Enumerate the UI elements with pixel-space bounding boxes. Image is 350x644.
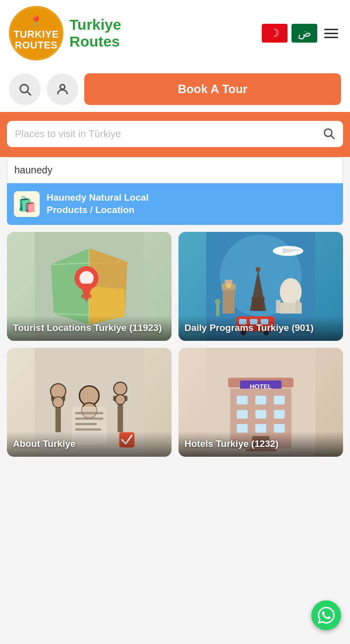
- turkish-flag-button[interactable]: ☽: [262, 24, 288, 43]
- search-button[interactable]: [9, 73, 41, 105]
- autocomplete-item-text: Haunedy Natural Local Products / Locatio…: [47, 192, 149, 216]
- svg-rect-67: [274, 410, 285, 419]
- tourist-locations-label: Tourist Locations Turkiye (11923): [7, 316, 172, 341]
- logo-text: TurkiyeRoutes: [13, 29, 58, 51]
- search-icon: [322, 127, 335, 140]
- whatsapp-icon: [318, 607, 335, 624]
- logo-pin-icon: 📍: [13, 16, 58, 28]
- svg-rect-30: [276, 300, 281, 313]
- about-turkiye-card[interactable]: About Turkiye: [7, 348, 172, 457]
- svg-rect-64: [274, 396, 285, 405]
- cards-grid: Tourist Locations Turkiye (11923): [0, 225, 350, 464]
- svg-rect-55: [75, 429, 101, 430]
- svg-point-33: [215, 299, 221, 304]
- about-turkiye-label: About Turkiye: [7, 431, 172, 457]
- daily-programs-card[interactable]: Daily Programs Turkiye (901): [178, 232, 343, 341]
- daily-programs-label: Daily Programs Turkiye (901): [178, 316, 343, 341]
- profile-button[interactable]: [47, 73, 78, 105]
- hamburger-menu-button[interactable]: [321, 26, 341, 41]
- search-icon: [18, 82, 32, 96]
- autocomplete-item[interactable]: 🛍️ Haunedy Natural Local Products / Loca…: [7, 183, 343, 225]
- svg-point-27: [226, 283, 232, 288]
- hamburger-line: [324, 33, 338, 34]
- logo[interactable]: 📍 TurkiyeRoutes: [9, 6, 63, 60]
- svg-line-4: [331, 136, 334, 139]
- svg-rect-23: [256, 268, 260, 272]
- svg-point-2: [60, 85, 64, 89]
- search-submit-button[interactable]: [322, 127, 335, 141]
- svg-rect-63: [255, 396, 266, 405]
- autocomplete-dropdown: 🛍️ Haunedy Natural Local Products / Loca…: [7, 183, 343, 225]
- person-icon: [56, 82, 69, 96]
- turkish-crescent-icon: ☽: [270, 27, 280, 40]
- svg-point-44: [53, 397, 63, 408]
- header: 📍 TurkiyeRoutes Turkiye Routes ☽ ض: [0, 0, 350, 66]
- brand-name: Turkiye Routes: [69, 16, 256, 51]
- svg-point-14: [79, 271, 94, 285]
- svg-rect-24: [223, 286, 234, 314]
- svg-rect-32: [216, 303, 220, 317]
- tourist-locations-card[interactable]: Tourist Locations Turkiye (11923): [7, 232, 172, 341]
- hotels-turkiye-label: Hotels Turkiye (1232): [178, 431, 343, 457]
- svg-line-1: [27, 92, 30, 95]
- autocomplete-wrapper: 🛍️ Haunedy Natural Local Products / Loca…: [7, 157, 343, 225]
- svg-marker-22: [251, 297, 264, 311]
- autocomplete-item-icon: 🛍️: [14, 191, 40, 217]
- hotels-turkiye-card[interactable]: HOTEL: [178, 348, 343, 457]
- arabic-letter-icon: ض: [298, 27, 311, 40]
- svg-rect-62: [237, 396, 248, 405]
- nav-bar: Book A Tour: [0, 66, 350, 112]
- svg-rect-52: [75, 412, 103, 414]
- svg-rect-66: [255, 410, 266, 419]
- search-section: [0, 112, 350, 157]
- autocomplete-input-row: [7, 157, 343, 183]
- svg-point-48: [116, 395, 125, 405]
- svg-rect-65: [237, 410, 248, 419]
- arabic-flag-button[interactable]: ض: [292, 24, 317, 43]
- svg-rect-31: [295, 300, 300, 313]
- svg-rect-53: [75, 418, 103, 420]
- svg-rect-54: [75, 423, 97, 425]
- hamburger-line: [324, 29, 338, 30]
- search-input[interactable]: [15, 128, 317, 140]
- svg-point-47: [114, 382, 127, 395]
- whatsapp-button[interactable]: [311, 600, 341, 630]
- hamburger-line: [324, 37, 338, 38]
- search-box: [7, 121, 343, 147]
- autocomplete-input[interactable]: [7, 158, 343, 183]
- book-tour-button[interactable]: Book A Tour: [84, 73, 341, 105]
- header-controls: ☽ ض: [262, 24, 341, 43]
